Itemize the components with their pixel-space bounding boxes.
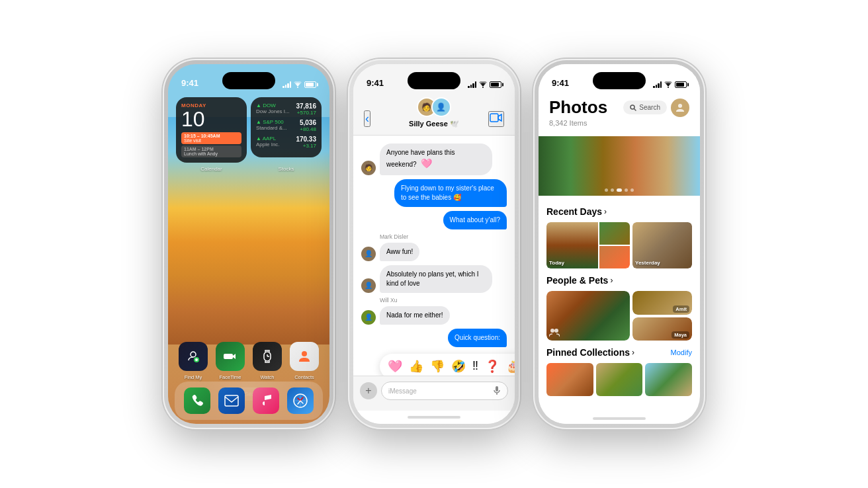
svg-point-21 (678, 104, 682, 108)
group-icon (549, 327, 560, 338)
people-pets-title: People & Pets (546, 275, 608, 286)
home-time: 9:41 (181, 78, 198, 88)
message-1: 🧑 Anyone have plans this weekend? 🩷 (361, 143, 507, 175)
pinned-thumb-1[interactable] (546, 363, 593, 396)
app-facetime-label: FaceTime (219, 374, 241, 380)
person-maya[interactable]: Maya (632, 317, 692, 341)
profile-avatar-icon (675, 102, 685, 113)
tapback-exclaim[interactable]: ‼️ (472, 359, 478, 373)
photos-search-icon (630, 104, 636, 111)
photos-search-button[interactable]: Search (623, 101, 667, 114)
svg-rect-15 (490, 114, 498, 122)
video-icon (490, 112, 503, 123)
dock-mail[interactable] (218, 387, 245, 414)
findmy-icon (185, 348, 201, 364)
app-contacts[interactable] (290, 342, 319, 371)
messages-contact-info: 🧑 👤 Silly Geese 🕊️ (409, 97, 459, 128)
modify-button[interactable]: Modify (671, 348, 692, 356)
message-7: Quick question: (361, 329, 507, 347)
phone-home-screen: 9:41 (168, 64, 329, 424)
messages-input-area: + iMessage (353, 376, 515, 411)
messages-input-field[interactable]: iMessage (381, 382, 508, 400)
amit-name: Amit (673, 305, 689, 313)
group-name[interactable]: Silly Geese 🕊️ (409, 120, 459, 128)
sender-avatar-1: 🧑 (361, 161, 376, 175)
pinned-thumb-3[interactable] (645, 363, 692, 396)
signal-icon (282, 81, 291, 88)
app-findmy[interactable] (179, 342, 208, 371)
svg-point-14 (482, 87, 484, 88)
messages-status-bar: 9:41 (353, 64, 515, 93)
cal-event-2: 11AM – 12PM Lunch with Andy (181, 145, 241, 157)
stocks-widget-wrap: ▲ DOW Dow Jones I... 37,816 +570.17 (251, 97, 322, 163)
svg-point-0 (297, 87, 298, 88)
recent-day-yesterday[interactable]: Yesterday (632, 222, 692, 268)
tapback-cake[interactable]: 🎂 (506, 359, 515, 374)
music-icon (259, 393, 273, 408)
dock-safari[interactable] (287, 387, 314, 414)
person-amit[interactable]: Amit (632, 291, 692, 315)
sender-avatar-mark: 👤 (361, 247, 376, 261)
video-call-button[interactable] (488, 111, 504, 127)
messages-placeholder: iMessage (388, 387, 417, 395)
messages-list: 🧑 Anyone have plans this weekend? 🩷 Flyi… (353, 136, 515, 376)
photos-profile-button[interactable] (671, 99, 689, 117)
messages-app: 9:41 (353, 64, 515, 424)
dock-phone[interactable] (184, 387, 210, 414)
maya-name: Maya (672, 331, 689, 339)
svg-point-1 (191, 352, 196, 357)
pinned-thumb-2[interactable] (596, 363, 643, 396)
messages-plus-button[interactable]: + (360, 382, 377, 399)
photos-content: Recent Days › (539, 200, 700, 413)
messages-avatars: 🧑 👤 (417, 97, 451, 117)
photos-title-row: Photos Search (549, 97, 689, 118)
sender-avatar-will: 👤 (361, 310, 376, 325)
dock-music[interactable] (253, 387, 279, 414)
home-screen-bg: 9:41 (168, 64, 329, 424)
app-findmy-label: Find My (185, 374, 202, 380)
recent-days-chevron[interactable]: › (604, 207, 607, 216)
recent-day-today[interactable]: Today (546, 222, 630, 268)
message-6: 👤 Nada for me either! (361, 306, 507, 325)
svg-rect-10 (225, 395, 238, 406)
tapback-question[interactable]: ❓ (485, 359, 499, 374)
contacts-icon (296, 348, 312, 364)
svg-point-18 (668, 87, 669, 88)
calendar-widget-label: Calendar (176, 166, 247, 172)
phone-icon (190, 393, 204, 408)
app-facetime[interactable] (216, 342, 245, 371)
messages-back-button[interactable]: ‹ (364, 110, 370, 127)
people-group-card[interactable] (546, 291, 630, 341)
tapback-thumbsup[interactable]: 👍 (409, 359, 423, 374)
stock-row-aapl: ▲ AAPL Apple Inc. 170.33 +3.17 (256, 136, 316, 149)
photos-signal-icon (653, 81, 662, 88)
app-watch-label: Watch (261, 374, 275, 380)
stocks-widget-label: Stocks (251, 166, 322, 172)
message-3: What about y'all? (361, 211, 507, 229)
photos-featured-strip[interactable] (539, 136, 700, 196)
today-label: Today (549, 260, 564, 266)
app-contacts-wrap: Contacts (290, 342, 319, 371)
tapback-heart[interactable]: 🩷 (388, 359, 402, 374)
wifi-icon (293, 81, 302, 88)
tapback-bar[interactable]: 🩷 👍 👎 🤣 ‼️ ❓ 🎂 (380, 354, 515, 376)
people-individual-cards: Amit Maya (632, 291, 692, 341)
people-pets-chevron[interactable]: › (610, 276, 613, 285)
app-watch[interactable] (253, 342, 282, 371)
app-contacts-label: Contacts (294, 374, 314, 380)
featured-dots (605, 188, 634, 192)
phone-messages-screen: 9:41 (353, 64, 515, 424)
stocks-widget[interactable]: ▲ DOW Dow Jones I... 37,816 +570.17 (251, 97, 322, 157)
calendar-widget[interactable]: MONDAY 10 10:15 – 10:45AM Site visit 11A… (176, 97, 247, 163)
phone-messages: 9:41 (348, 59, 520, 429)
app-findmy-wrap: Find My (179, 342, 208, 371)
tapback-haha[interactable]: 🤣 (451, 359, 466, 374)
pinned-chevron[interactable]: › (632, 348, 634, 357)
home-indicator (353, 411, 515, 424)
stock-row-sp500: ▲ S&P 500 Standard &... 5,036 +80.48 (256, 119, 316, 132)
photos-header-actions: Search (623, 99, 689, 117)
tapback-thumbsdown[interactable]: 👎 (430, 359, 445, 374)
home-status-icons (282, 81, 316, 88)
safari-icon (293, 393, 308, 408)
cal-date: 10 (181, 108, 241, 130)
